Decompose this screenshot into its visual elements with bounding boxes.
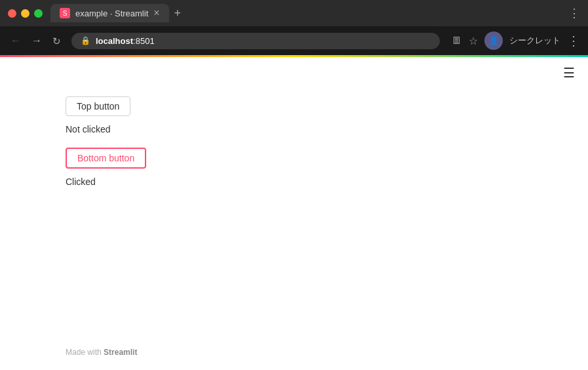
url-text: localhost:8501 (96, 36, 155, 46)
tab-title: example · Streamlit (75, 9, 148, 18)
url-bar[interactable]: 🔒 localhost:8501 (71, 33, 440, 49)
close-button[interactable] (8, 9, 16, 18)
profile-avatar[interactable]: 👤 (484, 31, 503, 50)
hamburger-menu-icon[interactable]: ☰ (563, 66, 575, 79)
streamlit-app-content: Top button Not clicked Bottom button Cli… (0, 57, 588, 213)
incognito-label: シークレット (509, 35, 560, 47)
new-tab-button[interactable]: + (174, 7, 182, 20)
browser-menu-button[interactable]: ⋮ (567, 33, 580, 49)
page-content: ☰ Top button Not clicked Bottom button C… (0, 57, 588, 370)
footer-brand: Streamlit (104, 348, 137, 357)
address-bar: ← → ↻ 🔒 localhost:8501 🗏 ☆ 👤 シークレット ⋮ (0, 26, 588, 55)
active-tab[interactable]: S example · Streamlit × (50, 4, 169, 22)
forward-button[interactable]: → (29, 33, 45, 49)
maximize-button[interactable] (34, 9, 43, 18)
footer-prefix: Made with (66, 348, 104, 357)
bottom-status-text: Clicked (66, 176, 522, 187)
top-status-text: Not clicked (66, 124, 522, 134)
minimize-button[interactable] (21, 9, 29, 18)
tab-favicon: S (60, 8, 70, 18)
title-bar: S example · Streamlit × + ⋮ (0, 0, 588, 26)
tab-bar: S example · Streamlit × + (50, 4, 568, 22)
translate-icon[interactable]: 🗏 (452, 35, 462, 47)
reload-button[interactable]: ↻ (50, 33, 64, 49)
browser-chrome: S example · Streamlit × + ⋮ ← → ↻ 🔒 loca… (0, 0, 588, 55)
url-host: localhost (96, 36, 133, 46)
top-button[interactable]: Top button (66, 96, 130, 116)
back-button[interactable]: ← (8, 33, 24, 49)
streamlit-footer: Made with Streamlit (66, 348, 137, 357)
url-port: :8501 (133, 36, 155, 46)
browser-actions: 🗏 ☆ 👤 シークレット ⋮ (452, 31, 580, 50)
tab-close-icon[interactable]: × (153, 8, 159, 18)
bookmark-icon[interactable]: ☆ (469, 35, 478, 47)
window-controls (8, 9, 43, 18)
lock-icon: 🔒 (81, 36, 90, 45)
extensions-icon[interactable]: ⋮ (568, 6, 580, 20)
bottom-button[interactable]: Bottom button (66, 148, 146, 169)
